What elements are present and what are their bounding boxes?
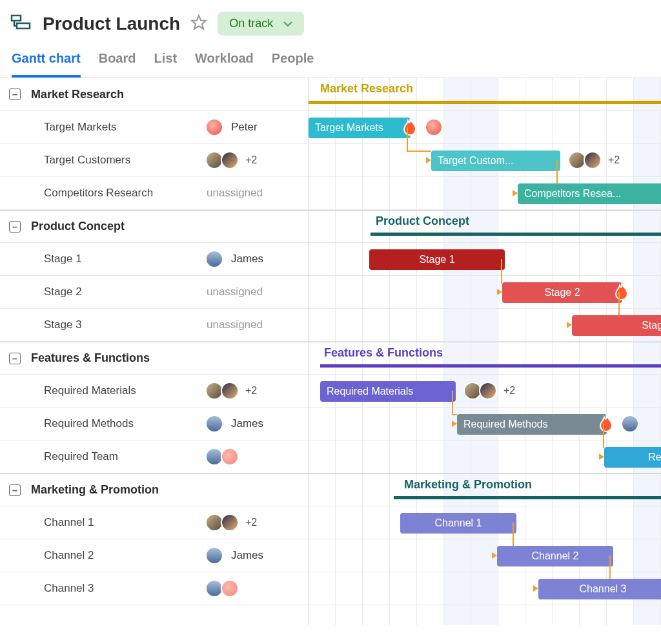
- collapse-toggle[interactable]: –: [9, 353, 21, 364]
- gantt-bar[interactable]: Stage 2: [502, 282, 622, 303]
- avatar[interactable]: [584, 151, 602, 169]
- gantt-bar-label: Target Custom...: [438, 155, 513, 167]
- unassigned-label: unassigned: [207, 286, 263, 298]
- group-bar[interactable]: [394, 496, 661, 499]
- group-header: –Marketing & Promotion: [0, 473, 308, 506]
- task-row[interactable]: Stage 3unassigned: [0, 309, 308, 342]
- tab-list[interactable]: List: [154, 51, 177, 78]
- gantt-bar[interactable]: Required Materials: [320, 381, 456, 402]
- avatar[interactable]: [221, 151, 239, 169]
- avatar[interactable]: [205, 118, 223, 136]
- gantt-bar-label: Channel 3: [580, 583, 627, 595]
- gantt-bar[interactable]: Required Methods: [457, 414, 607, 435]
- task-name: Stage 3: [44, 318, 205, 331]
- favorite-star-icon[interactable]: [190, 14, 207, 34]
- priority-fire-icon: [598, 414, 615, 433]
- task-row[interactable]: Target Customers+2: [0, 144, 308, 177]
- gantt-bar[interactable]: Channel 2: [497, 546, 613, 566]
- gantt-bar-label: Channel 1: [435, 517, 482, 529]
- bar-assignees[interactable]: [425, 118, 443, 136]
- avatar[interactable]: [621, 415, 639, 433]
- task-name: Required Methods: [44, 417, 205, 430]
- group-bar[interactable]: [320, 364, 661, 368]
- assignee-cell[interactable]: James: [205, 546, 263, 565]
- collapse-toggle[interactable]: –: [9, 221, 21, 233]
- avatar[interactable]: [221, 579, 239, 597]
- tab-workload[interactable]: Workload: [195, 51, 254, 78]
- task-name: Stage 1: [44, 253, 205, 265]
- tab-gantt-chart[interactable]: Gantt chart: [12, 51, 81, 78]
- bar-assignees[interactable]: +2: [568, 151, 620, 169]
- gantt-bar-label: Stage 2: [544, 287, 580, 298]
- collapse-toggle[interactable]: –: [9, 484, 21, 496]
- gantt-bar[interactable]: Channel 1: [400, 513, 516, 534]
- gantt-bar[interactable]: Stage 1: [369, 249, 505, 270]
- svg-marker-2: [192, 16, 206, 29]
- gantt-bar[interactable]: Stage: [572, 315, 661, 336]
- task-row[interactable]: Channel 3: [0, 572, 308, 605]
- group-bar[interactable]: [371, 233, 661, 236]
- group-bar[interactable]: [309, 101, 661, 104]
- task-row[interactable]: Stage 1James: [0, 243, 308, 276]
- assignee-cell[interactable]: unassigned: [205, 187, 263, 200]
- group-bar-label: Marketing & Promotion: [404, 478, 532, 492]
- gantt-bar[interactable]: Target Markets: [309, 118, 411, 138]
- assignee-name: James: [231, 417, 263, 430]
- task-row[interactable]: Channel 2James: [0, 539, 308, 572]
- bar-assignees[interactable]: +2: [463, 382, 515, 400]
- assignee-cell[interactable]: unassigned: [205, 318, 263, 331]
- task-name: Stage 2: [44, 286, 205, 298]
- assignee-cell[interactable]: James: [205, 250, 263, 268]
- gantt-bar[interactable]: Competitors Resea...: [518, 183, 661, 204]
- group-name: Market Research: [31, 88, 124, 101]
- avatar[interactable]: [221, 448, 239, 466]
- assignee-cell[interactable]: James: [205, 415, 263, 433]
- avatar[interactable]: [205, 546, 223, 565]
- tab-people[interactable]: People: [272, 51, 314, 78]
- task-name: Target Customers: [44, 154, 205, 167]
- tab-board[interactable]: Board: [99, 51, 136, 78]
- task-name: Channel 2: [44, 549, 205, 562]
- svg-rect-1: [17, 23, 30, 28]
- collapse-toggle[interactable]: –: [9, 88, 21, 100]
- task-row[interactable]: Target MarketsPeter: [0, 111, 308, 144]
- gantt-bar[interactable]: Requi: [604, 447, 661, 468]
- gantt-bar[interactable]: Channel 3: [538, 579, 661, 599]
- avatar[interactable]: [205, 415, 223, 433]
- status-badge[interactable]: On track: [218, 12, 304, 36]
- task-row[interactable]: Stage 2unassigned: [0, 276, 308, 309]
- assignee-name: James: [231, 253, 263, 265]
- assignee-cell[interactable]: [205, 579, 239, 597]
- assignee-cell[interactable]: +2: [205, 514, 257, 532]
- task-row[interactable]: Required Team: [0, 441, 308, 473]
- task-row[interactable]: Competitors Researchunassigned: [0, 177, 308, 210]
- task-row[interactable]: Required MethodsJames: [0, 408, 308, 441]
- status-label: On track: [229, 17, 273, 30]
- assignee-cell[interactable]: +2: [205, 151, 257, 169]
- assignee-cell[interactable]: Peter: [205, 118, 258, 136]
- avatar[interactable]: [221, 514, 239, 532]
- gantt-bar-label: Target Markets: [315, 122, 383, 134]
- task-row[interactable]: Required Materials+2: [0, 375, 308, 408]
- task-row[interactable]: Channel 1+2: [0, 506, 308, 539]
- assignee-cell[interactable]: +2: [205, 382, 257, 400]
- assignee-overflow-count: +2: [503, 385, 515, 397]
- assignee-overflow-count: +2: [608, 154, 620, 166]
- group-name: Marketing & Promotion: [31, 483, 159, 497]
- assignee-cell[interactable]: unassigned: [205, 286, 263, 298]
- avatar[interactable]: [205, 250, 223, 268]
- gantt-bar-label: Requi: [648, 452, 661, 463]
- task-name: Channel 1: [44, 516, 205, 529]
- assignee-cell[interactable]: [205, 448, 239, 466]
- task-name: Competitors Research: [44, 187, 205, 200]
- group-bar-label: Features & Functions: [324, 346, 443, 360]
- gantt-bar-label: Stage 1: [419, 254, 454, 265]
- avatar[interactable]: [479, 382, 497, 400]
- bar-assignees[interactable]: [621, 415, 639, 433]
- unassigned-label: unassigned: [207, 187, 263, 200]
- avatar[interactable]: [425, 118, 443, 136]
- assignee-name: James: [231, 549, 263, 562]
- avatar[interactable]: [221, 382, 239, 400]
- gantt-bar[interactable]: Target Custom...: [431, 151, 560, 171]
- gantt-bar-label: Required Materials: [327, 386, 413, 397]
